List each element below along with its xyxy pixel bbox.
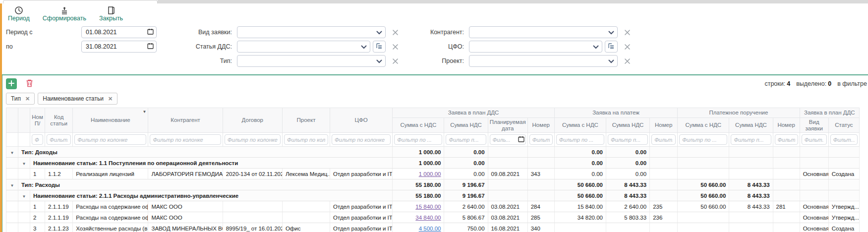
table-row[interactable]: 32.1.1.23Хозяйственные расходы (в...ЗАВО…: [6, 223, 860, 232]
column-header[interactable]: Номер: [773, 118, 800, 133]
collapse-arrow-icon[interactable]: ▼: [22, 162, 26, 166]
column-header[interactable]: Номер: [650, 118, 678, 133]
order-number-cell: [773, 169, 800, 179]
calendar-icon[interactable]: [147, 42, 154, 51]
project-cell: Лексема Медиц...: [282, 169, 330, 179]
collapse-arrow-icon[interactable]: ▼: [10, 183, 14, 188]
plan-number-cell: [527, 158, 554, 169]
column-header[interactable]: Сумма НДС: [606, 118, 649, 133]
period-to-input[interactable]: 31.08.2021: [81, 41, 157, 53]
add-row-button[interactable]: [6, 78, 17, 89]
request-status-cell: Утвержд...: [828, 212, 859, 223]
item-code-cell: 1.1.2: [45, 169, 73, 179]
column-group-header[interactable]: Заявка на платеж: [554, 108, 677, 118]
column-header[interactable]: Сумма НДС: [729, 118, 773, 133]
column-filter-input[interactable]: [284, 134, 328, 145]
cfo-clear-icon[interactable]: [624, 44, 631, 50]
column-header[interactable]: ЦФО: [330, 108, 393, 133]
chip-close-icon[interactable]: ✕: [108, 96, 113, 102]
column-filter-input[interactable]: [32, 134, 43, 145]
table-row[interactable]: ▼Наименование статьи: 2.1.1 Расходы адми…: [6, 190, 860, 201]
request-type-clear-icon[interactable]: [392, 29, 399, 36]
cfo-select[interactable]: [469, 41, 602, 53]
column-header[interactable]: Статус: [828, 118, 859, 133]
calendar-icon[interactable]: [147, 28, 154, 37]
period-from-value: 01.08.2021: [86, 29, 147, 36]
order-number-cell: [773, 147, 800, 158]
table-row[interactable]: ▼Тип: Доходы1 000.000.000.000.00: [6, 147, 860, 158]
column-header[interactable]: Код статьи: [45, 108, 73, 133]
column-filter-input[interactable]: [651, 134, 676, 145]
table-row[interactable]: 12.1.1.19Расходы на содержание оф...МАКС…: [6, 201, 860, 212]
column-filter-input[interactable]: [731, 134, 771, 145]
column-header[interactable]: Сумма НДС: [444, 118, 488, 133]
generate-button[interactable]: Сформировать: [43, 6, 86, 22]
column-group-header[interactable]: Платежное поручение: [678, 108, 800, 118]
order-number-cell: [773, 212, 800, 223]
project-select[interactable]: [469, 55, 618, 67]
plan-sum-link[interactable]: 34 840.00: [415, 215, 441, 221]
column-header[interactable]: Договор: [223, 108, 282, 133]
column-filter-input[interactable]: [225, 134, 281, 145]
chip-close-icon[interactable]: ✕: [25, 96, 30, 102]
period-from-input[interactable]: 01.08.2021: [81, 26, 157, 38]
column-header[interactable]: Номер: [527, 118, 554, 133]
type-select[interactable]: [237, 55, 386, 67]
column-header[interactable]: Наименование▼: [73, 108, 148, 133]
column-filter-input[interactable]: [332, 134, 391, 145]
dds-item-select[interactable]: [237, 41, 370, 53]
column-header[interactable]: Сумма с НДС: [678, 118, 729, 133]
request-type-select[interactable]: [237, 26, 386, 38]
table-row[interactable]: 11.1.2Реализация лицензийЛАБОРАТОРИЯ ГЕМ…: [6, 169, 860, 179]
browser-tab-remnant: [3, 0, 158, 3]
project-clear-icon[interactable]: [624, 58, 631, 64]
counterparty-clear-icon[interactable]: [624, 29, 631, 36]
column-group-header[interactable]: Заявка в план ДДС: [800, 108, 859, 118]
column-filter-input[interactable]: [446, 134, 486, 145]
column-header[interactable]: Ном П/: [30, 108, 45, 133]
payment-vat-cell: [606, 223, 649, 232]
table-row[interactable]: ▼Тип: Расходы55 180.009 196.6750 660.008…: [6, 179, 860, 190]
dds-item-tree-button[interactable]: [373, 41, 386, 53]
collapse-arrow-icon[interactable]: ▼: [22, 194, 26, 199]
close-button[interactable]: Закрыть: [99, 6, 123, 22]
column-filter-input[interactable]: [394, 134, 442, 145]
table-row[interactable]: ▼Наименование статьи: 1.1 Поступления по…: [6, 158, 860, 169]
dds-item-clear-icon[interactable]: [392, 44, 399, 50]
spacer-cell: [6, 223, 18, 232]
plan-sum-link[interactable]: 1 000.00: [419, 171, 441, 177]
column-header[interactable]: Контрагент: [148, 108, 223, 133]
plan-sum-link[interactable]: 4 500.00: [419, 226, 441, 232]
column-filter-input[interactable]: [529, 134, 553, 145]
table-row[interactable]: 22.1.1.19Расходы на содержание оф...МАКС…: [6, 212, 860, 223]
plan-sum-link[interactable]: 15 840.00: [415, 204, 441, 210]
plan-vat-cell: 2 640.00: [444, 201, 488, 212]
column-group-header[interactable]: Заявка в план ДДС: [393, 108, 555, 118]
collapse-arrow-icon[interactable]: ▼: [10, 151, 14, 155]
counterparty-select[interactable]: [469, 26, 618, 38]
column-filter-input[interactable]: [830, 134, 858, 145]
delete-row-button[interactable]: [24, 78, 35, 89]
groupby-chip[interactable]: Тип✕: [6, 93, 35, 105]
calendar-icon[interactable]: [518, 136, 524, 143]
column-filter-input[interactable]: [150, 134, 221, 145]
column-filter-input[interactable]: [608, 134, 648, 145]
column-header[interactable]: Сумма с НДС: [393, 118, 444, 133]
column-header[interactable]: Сумма с НДС: [554, 118, 606, 133]
column-filter-input[interactable]: [556, 134, 604, 145]
column-header[interactable]: Проект: [282, 108, 330, 133]
column-filter-input[interactable]: [47, 134, 71, 145]
column-filter-input[interactable]: [802, 134, 827, 145]
column-filter-input[interactable]: [775, 134, 798, 145]
type-clear-icon[interactable]: [392, 58, 399, 64]
project-cell: [282, 201, 330, 212]
period-button[interactable]: Период: [8, 6, 30, 22]
column-filter-input[interactable]: [679, 134, 727, 145]
groupby-chip[interactable]: Наименование статьи✕: [38, 93, 117, 105]
column-filter-input[interactable]: [74, 134, 146, 145]
column-header[interactable]: Планируемая дата: [488, 118, 527, 133]
cfo-tree-button[interactable]: [605, 41, 618, 53]
order-sum-cell: [678, 169, 729, 179]
column-header[interactable]: Вид заявки: [800, 118, 828, 133]
group-label-cell: Наименование статьи: 1.1 Поступления по …: [30, 158, 393, 169]
